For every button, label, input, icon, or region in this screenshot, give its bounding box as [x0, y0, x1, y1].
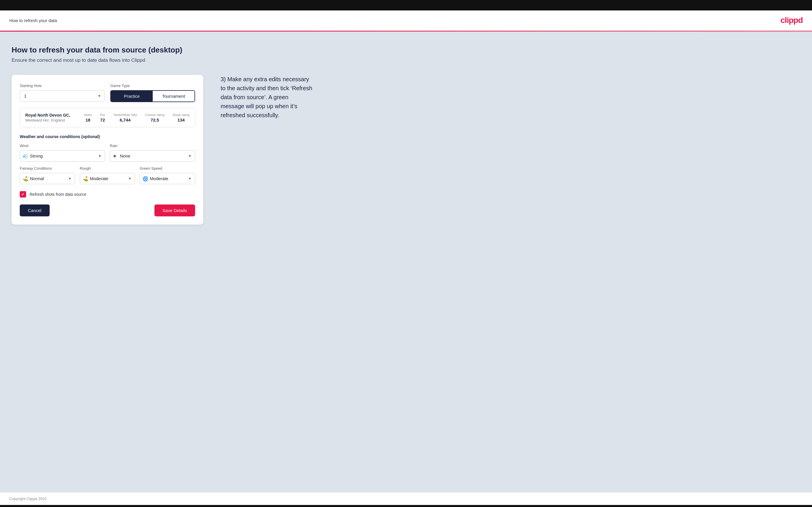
- header-title: How to refresh your data: [9, 18, 57, 23]
- course-name: Royal North Devon GC,: [25, 113, 70, 117]
- yards-value: 6,744: [113, 117, 137, 122]
- starting-hole-label: Starting Hole: [20, 83, 104, 88]
- top-fields-row: Starting Hole 1 10 ▼ Game Type Practice …: [20, 83, 195, 102]
- course-details: Royal North Devon GC, Westward Ho!, Engl…: [25, 113, 70, 122]
- tournament-button[interactable]: Tournament: [153, 91, 195, 102]
- practice-button[interactable]: Practice: [111, 91, 153, 102]
- fairway-select-wrapper: ⛳ Normal Soft Hard ▼: [20, 173, 75, 184]
- content-layout: Starting Hole 1 10 ▼ Game Type Practice …: [12, 75, 800, 225]
- side-note-text: 3) Make any extra edits necessary to the…: [221, 75, 313, 120]
- green-speed-label: Green Speed: [140, 166, 195, 171]
- fairway-group: Fairway Conditions ⛳ Normal Soft Hard ▼: [20, 166, 75, 184]
- footer: Copyright Clippd 2022: [0, 492, 812, 505]
- fairway-select[interactable]: Normal Soft Hard: [20, 173, 75, 184]
- slope-rating-label: Slope rating: [172, 113, 190, 117]
- par-stat: Par 72: [100, 113, 105, 122]
- game-type-toggle: Practice Tournament: [110, 90, 195, 102]
- cancel-button[interactable]: Cancel: [20, 205, 50, 216]
- top-black-bar: [0, 0, 812, 10]
- form-card: Starting Hole 1 10 ▼ Game Type Practice …: [12, 75, 203, 225]
- starting-hole-select-wrapper: 1 10 ▼: [20, 90, 104, 102]
- holes-stat: Holes 18: [84, 113, 92, 122]
- slope-rating-value: 134: [172, 117, 190, 122]
- rain-label: Rain: [110, 144, 195, 148]
- wind-group: Wind 💨 Strong None Light Moderate ▼: [20, 144, 105, 162]
- holes-label: Holes: [84, 113, 92, 117]
- wind-rain-row: Wind 💨 Strong None Light Moderate ▼ Rain: [20, 144, 195, 162]
- starting-hole-group: Starting Hole 1 10 ▼: [20, 83, 104, 102]
- rough-select-wrapper: ⛳ Moderate Light Heavy ▼: [80, 173, 135, 184]
- rough-group: Rough ⛳ Moderate Light Heavy ▼: [80, 166, 135, 184]
- wind-select-wrapper: 💨 Strong None Light Moderate ▼: [20, 150, 105, 162]
- rough-label: Rough: [80, 166, 135, 171]
- refresh-checkbox-row: ✓ Refresh shots from data source: [20, 191, 195, 198]
- refresh-checkbox[interactable]: ✓: [20, 191, 26, 198]
- footer-copyright: Copyright Clippd 2022: [9, 497, 47, 501]
- refresh-checkbox-label: Refresh shots from data source: [30, 192, 86, 196]
- conditions-title: Weather and course conditions (optional): [20, 134, 195, 139]
- side-note: 3) Make any extra edits necessary to the…: [221, 75, 313, 120]
- course-rating-value: 72.5: [145, 117, 164, 122]
- course-info-box: Royal North Devon GC, Westward Ho!, Engl…: [20, 108, 195, 127]
- par-value: 72: [100, 117, 105, 122]
- par-label: Par: [100, 113, 105, 117]
- conditions-grid-3: Fairway Conditions ⛳ Normal Soft Hard ▼ …: [20, 166, 195, 184]
- fairway-label: Fairway Conditions: [20, 166, 75, 171]
- slope-rating-stat: Slope rating 134: [172, 113, 190, 122]
- course-location: Westward Ho!, England: [25, 118, 70, 122]
- game-type-group: Game Type Practice Tournament: [110, 83, 195, 102]
- holes-value: 18: [84, 117, 92, 122]
- main-content: How to refresh your data from source (de…: [0, 32, 812, 492]
- rain-select-wrapper: ☀ None Light Heavy ▼: [110, 150, 195, 162]
- green-speed-group: Green Speed 🌀 Moderate Slow Fast ▼: [140, 166, 195, 184]
- rain-group: Rain ☀ None Light Heavy ▼: [110, 144, 195, 162]
- rain-select[interactable]: None Light Heavy: [110, 150, 195, 162]
- game-type-label: Game Type: [110, 83, 195, 88]
- green-speed-select-wrapper: 🌀 Moderate Slow Fast ▼: [140, 173, 195, 184]
- save-button[interactable]: Save Details: [154, 205, 195, 216]
- wind-label: Wind: [20, 144, 105, 148]
- page-heading: How to refresh your data from source (de…: [12, 46, 800, 55]
- course-rating-label: Course rating: [145, 113, 164, 117]
- wind-select[interactable]: Strong None Light Moderate: [20, 150, 105, 162]
- rough-select[interactable]: Moderate Light Heavy: [80, 173, 135, 184]
- checkmark-icon: ✓: [21, 192, 25, 196]
- course-stats: Holes 18 Par 72 Yards/White (M)) 6,744 C…: [84, 113, 190, 122]
- yards-stat: Yards/White (M)) 6,744: [113, 113, 137, 122]
- page-subheading: Ensure the correct and most up to date d…: [12, 57, 800, 63]
- course-rating-stat: Course rating 72.5: [145, 113, 164, 122]
- header: How to refresh your data clippd: [0, 10, 812, 31]
- logo: clippd: [781, 16, 803, 25]
- starting-hole-select[interactable]: 1 10: [20, 90, 104, 102]
- green-speed-select[interactable]: Moderate Slow Fast: [140, 173, 195, 184]
- yards-label: Yards/White (M)): [113, 113, 137, 117]
- button-row: Cancel Save Details: [20, 205, 195, 216]
